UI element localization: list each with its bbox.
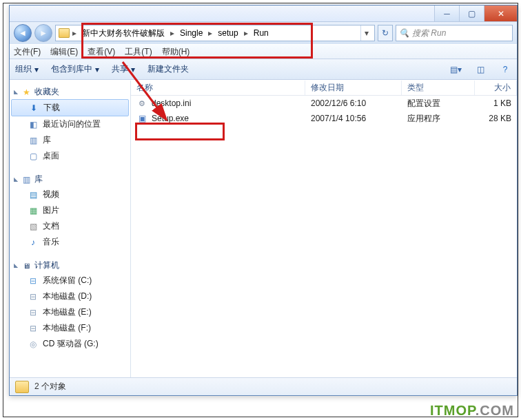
download-icon [28,103,39,114]
search-input[interactable]: 🔍 搜索 Run [396,25,513,41]
sidebar-item-drive-e[interactable]: 本地磁盘 (E:) [10,304,130,320]
breadcrumb[interactable]: 新中大财务软件破解版 [79,25,167,41]
watermark: ITMOP.COM [430,403,514,419]
star-icon [21,87,32,98]
menu-file[interactable]: 文件(F) [14,46,41,58]
address-bar[interactable]: ▸ 新中大财务软件破解版 ▸ Single ▸ setup ▸ Run ▾ [55,25,375,41]
maximize-button[interactable]: ▢ [459,6,484,21]
sidebar-item-drive-f[interactable]: 本地磁盘 (F:) [10,320,130,336]
cd-icon [28,339,39,350]
ini-file-icon [136,98,147,109]
back-button[interactable]: ◄ [14,24,32,42]
status-bar: 2 个对象 [10,377,517,395]
sidebar-item-desktop[interactable]: 桌面 [10,148,130,164]
document-icon [28,221,39,232]
toolbar: 组织 ▾ 包含到库中 ▾ 共享 ▾ 新建文件夹 ▤▾ ◫ ? [10,59,517,80]
new-folder-button[interactable]: 新建文件夹 [147,63,189,75]
include-library-button[interactable]: 包含到库中 ▾ [51,63,99,75]
column-size[interactable]: 大小 [475,81,517,95]
organize-button[interactable]: 组织 ▾ [15,63,39,75]
menu-edit[interactable]: 编辑(E) [50,46,78,58]
sidebar-item-drive-g[interactable]: CD 驱动器 (G:) [10,336,130,352]
status-count: 2 个对象 [34,381,66,392]
sidebar-item-pictures[interactable]: 图片 [10,202,130,218]
sidebar-computer[interactable]: ◣计算机 [10,258,130,273]
library-icon [21,174,32,185]
forward-button[interactable]: ► [34,24,52,42]
folder-icon [59,28,70,38]
chevron-right-icon[interactable]: ▸ [207,28,214,38]
menu-help[interactable]: 帮助(H) [162,46,190,58]
sidebar-item-downloads[interactable]: 下载 [11,99,129,116]
share-button[interactable]: 共享 ▾ [112,63,135,75]
view-options-icon[interactable]: ▤▾ [449,63,462,76]
sidebar-item-video[interactable]: 视频 [10,187,130,202]
desktop-icon [28,151,39,162]
file-list: 名称 修改日期 类型 大小 desktop.ini 2002/12/6 6:10… [131,81,517,377]
breadcrumb[interactable]: setup [215,25,241,41]
video-icon [28,189,39,200]
column-date[interactable]: 修改日期 [305,81,402,95]
sidebar-item-drive-c[interactable]: 系统保留 (C:) [10,273,130,288]
drive-icon [28,275,39,286]
menu-bar: 文件(F) 编辑(E) 查看(V) 工具(T) 帮助(H) [10,44,517,59]
refresh-button[interactable]: ↻ [378,25,393,41]
sidebar-item-documents[interactable]: 文档 [10,218,130,234]
chevron-right-icon[interactable]: ▸ [169,28,176,38]
explorer-window: ─ ▢ ✕ ◄ ► ▸ 新中大财务软件破解版 ▸ Single ▸ setup … [9,5,518,396]
file-row[interactable]: Setup.exe 2007/1/4 10:56 应用程序 28 KB [131,111,517,126]
library-icon [28,135,39,146]
sidebar: ◣收藏夹 下载 最近访问的位置 库 桌面 ◣库 视频 图片 文档 音乐 ◣计算机… [10,81,131,377]
minimize-button[interactable]: ─ [434,6,459,21]
menu-tools[interactable]: 工具(T) [125,46,152,58]
recent-icon [28,119,39,130]
preview-pane-icon[interactable]: ◫ [474,63,487,76]
address-dropdown-icon[interactable]: ▾ [360,25,371,41]
file-row[interactable]: desktop.ini 2002/12/6 6:10 配置设置 1 KB [131,96,517,111]
picture-icon [28,205,39,216]
folder-icon [15,381,29,393]
close-button[interactable]: ✕ [484,6,517,21]
column-headers: 名称 修改日期 类型 大小 [131,81,517,96]
breadcrumb[interactable]: Single [177,25,205,41]
drive-icon [28,323,39,334]
search-icon: 🔍 [399,28,409,38]
chevron-right-icon[interactable]: ▸ [71,28,78,38]
menu-view[interactable]: 查看(V) [88,46,115,58]
music-icon [28,237,39,248]
search-placeholder: 搜索 Run [412,28,446,39]
computer-icon [21,260,32,271]
drive-icon [28,307,39,318]
sidebar-item-drive-d[interactable]: 本地磁盘 (D:) [10,288,130,304]
column-type[interactable]: 类型 [402,81,475,95]
sidebar-favorites[interactable]: ◣收藏夹 [10,85,130,99]
sidebar-item-music[interactable]: 音乐 [10,234,130,250]
address-row: ◄ ► ▸ 新中大财务软件破解版 ▸ Single ▸ setup ▸ Run … [10,22,517,44]
sidebar-item-recent[interactable]: 最近访问的位置 [10,116,130,132]
exe-file-icon [136,113,147,124]
titlebar: ─ ▢ ✕ [10,6,517,22]
drive-icon [28,291,39,302]
column-name[interactable]: 名称 [131,81,305,95]
breadcrumb[interactable]: Run [251,25,272,41]
sidebar-libraries[interactable]: ◣库 [10,172,130,187]
help-icon[interactable]: ? [499,63,511,76]
chevron-right-icon[interactable]: ▸ [243,28,249,38]
sidebar-item-library[interactable]: 库 [10,132,130,148]
